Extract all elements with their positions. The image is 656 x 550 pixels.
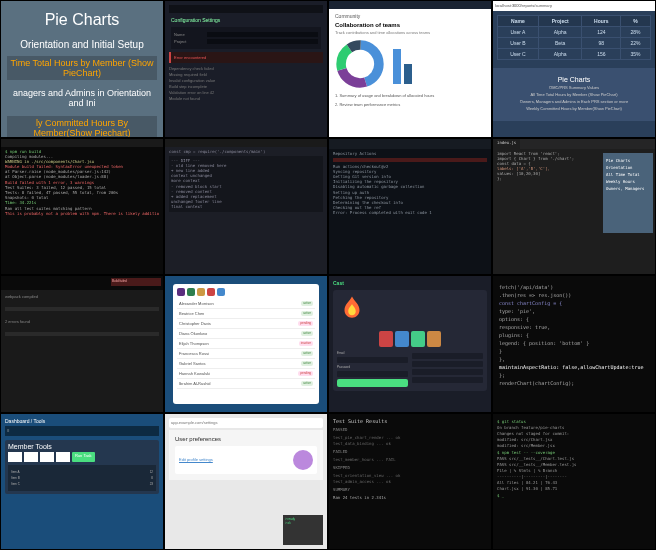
- error-bar: [333, 158, 487, 162]
- report-subtitle: Track contributions and time allocations…: [335, 30, 485, 35]
- editor[interactable]: index.js import React from 'react'; impo…: [492, 138, 656, 276]
- list-item[interactable]: Hannah Kowalskipending: [177, 369, 315, 379]
- bar: [404, 64, 412, 84]
- report-title: Collaboration of teams: [335, 22, 485, 28]
- pie-section: Pie Charts OMC/PRS Summary Values All Ti…: [493, 68, 655, 121]
- flame-icon: [337, 294, 367, 324]
- editor-tab[interactable]: index.js: [493, 139, 520, 149]
- build-panel: Build failed webpack compiled 2 errors f…: [0, 275, 164, 413]
- ci-log[interactable]: Repository Actions Run actions/checkout@…: [328, 138, 492, 276]
- avatar-chip[interactable]: [427, 331, 441, 347]
- text-input[interactable]: [412, 377, 483, 383]
- user-list-app: Alexander Morrisonactive Beatrice Chenac…: [164, 275, 328, 413]
- shell[interactable]: $ git status On branch feature/pie-chart…: [492, 413, 656, 551]
- dashboard-tools: Dashboard / Tools ≡ Member Tools Run Tas…: [0, 413, 164, 551]
- list-item[interactable]: Gabriel Santosactive: [177, 359, 315, 369]
- error-badge[interactable]: Build failed: [111, 278, 161, 286]
- slide-title: Pie Charts: [7, 11, 157, 29]
- bar-chart: [393, 44, 412, 84]
- avatar-chip[interactable]: [411, 331, 425, 347]
- text-input[interactable]: [207, 39, 318, 44]
- test-results[interactable]: Test Suite Results PASSED test_pie_chart…: [328, 413, 492, 551]
- text-input[interactable]: [412, 353, 483, 359]
- page-title: Member Tools: [8, 443, 156, 450]
- address-bar[interactable]: app.example.com/settings: [169, 418, 323, 428]
- data-report: localhost:3000/reports/summary NameProje…: [492, 0, 656, 138]
- tool-tile[interactable]: [40, 452, 54, 462]
- terminal-titlebar: [1, 139, 163, 147]
- password-input[interactable]: [337, 371, 408, 377]
- page-heading: User preferences: [175, 436, 317, 442]
- panel-header: [165, 139, 327, 147]
- tool-tile[interactable]: [56, 452, 70, 462]
- text-input[interactable]: [207, 32, 318, 37]
- console-overlay[interactable]: > ready > ok: [283, 515, 323, 545]
- list-item[interactable]: Diana Okonkwoactive: [177, 329, 315, 339]
- nav-bar: ≡: [5, 426, 159, 436]
- footer-line: 2. Review team performance metrics: [335, 102, 485, 107]
- diff-panel[interactable]: const cmp = require('./components/main')…: [164, 138, 328, 276]
- table-row[interactable]: User AAlpha12428%: [498, 27, 651, 38]
- settings-page: app.example.com/settings User preference…: [164, 413, 328, 551]
- avatar-chip[interactable]: [379, 331, 393, 347]
- results-title: Test Suite Results: [333, 418, 487, 424]
- run-button[interactable]: Run Task: [72, 452, 95, 462]
- avatar-chip[interactable]: [395, 331, 409, 347]
- divider: [5, 307, 159, 311]
- form-title: Configuration Settings: [169, 15, 323, 25]
- form-box: Name Project: [171, 27, 321, 49]
- footer-line: 1. Summary of usage and breakdown of all…: [335, 93, 485, 98]
- alert-icon[interactable]: [207, 288, 215, 296]
- list-item[interactable]: Elijah Thompsoninactive: [177, 339, 315, 349]
- slide-highlight: Time Total Hours by Member (Show PieChar…: [7, 56, 157, 80]
- text-input[interactable]: [412, 369, 483, 375]
- slide-subtitle: Orientation and Initial Setup: [7, 39, 157, 50]
- shield-icon[interactable]: [177, 288, 185, 296]
- table-row[interactable]: User CAlpha15635%: [498, 49, 651, 60]
- avatar-row: [337, 331, 483, 347]
- list-item[interactable]: Alexander Morrisonactive: [177, 299, 315, 309]
- slide-line: anagers and Admins in Orientation and In…: [7, 88, 157, 108]
- bar: [393, 49, 401, 84]
- avatar[interactable]: [293, 450, 313, 470]
- list-item[interactable]: Ibrahim Al-Rashidactive: [177, 379, 315, 389]
- svg-point-3: [341, 45, 379, 83]
- tool-tile[interactable]: [24, 452, 38, 462]
- continue-button[interactable]: [337, 379, 408, 387]
- error-list: Dependency check failed Missing required…: [169, 66, 323, 101]
- email-input[interactable]: [337, 357, 408, 363]
- breadcrumb[interactable]: Community: [335, 13, 485, 19]
- form-panel: Configuration Settings Name Project Erro…: [164, 0, 328, 138]
- divider: [5, 332, 159, 336]
- error-banner: Error encountered: [169, 52, 323, 63]
- bell-icon[interactable]: [197, 288, 205, 296]
- slide-bottom: ly Committed Hours By Member(Show Piecha…: [7, 116, 157, 138]
- edit-link[interactable]: Edit profile settings: [179, 457, 213, 462]
- address-bar[interactable]: localhost:3000/reports/summary: [493, 1, 655, 11]
- list-item[interactable]: Christopher Davispending: [177, 319, 315, 329]
- tool-tile[interactable]: [8, 452, 22, 462]
- data-table: NameProjectHours% User AAlpha12428% User…: [497, 15, 651, 60]
- code-snippet[interactable]: fetch('/api/data') .then(res => res.json…: [492, 275, 656, 413]
- donut-report: Community Collaboration of teams Track c…: [328, 0, 492, 138]
- header-bar: [329, 1, 491, 9]
- tab-bar: index.js: [493, 139, 655, 149]
- list-item[interactable]: Beatrice Chenactive: [177, 309, 315, 319]
- table-row[interactable]: User BBeta9822%: [498, 38, 651, 49]
- gear-icon[interactable]: [217, 288, 225, 296]
- slide-piecharts: Pie Charts Orientation and Initial Setup…: [0, 0, 164, 138]
- profile-card: Edit profile settings: [175, 446, 317, 474]
- text-input[interactable]: [412, 361, 483, 367]
- ci-header: [329, 139, 491, 149]
- list-item[interactable]: Francesca Rossiactive: [177, 349, 315, 359]
- signup-app: Cast Email Password: [328, 275, 492, 413]
- titlebar: [169, 5, 323, 13]
- terminal[interactable]: $ npm run build Compiling modules... WAR…: [0, 138, 164, 276]
- donut-chart: [335, 39, 385, 89]
- preview-panel: Pie Charts Orientation All Time Total We…: [603, 153, 653, 233]
- toolbar: [177, 288, 315, 296]
- users-icon[interactable]: [187, 288, 195, 296]
- breadcrumb[interactable]: Dashboard / Tools: [5, 418, 159, 424]
- app-logo: Cast: [333, 280, 344, 286]
